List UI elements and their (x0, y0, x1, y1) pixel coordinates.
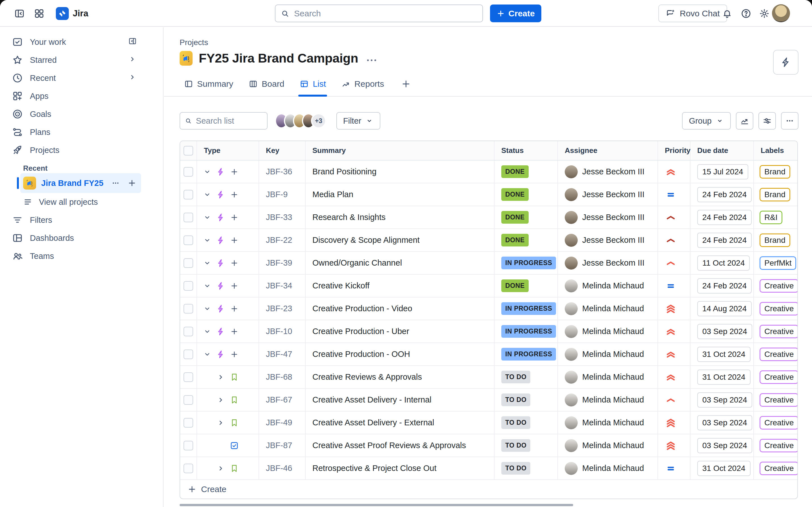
due-date-cell[interactable]: 24 Feb 2024 (691, 183, 754, 206)
priority-cell[interactable] (658, 366, 691, 389)
type-cell[interactable] (197, 297, 259, 320)
priority-cell[interactable] (658, 434, 691, 457)
table-create-button[interactable]: Create (180, 480, 797, 499)
table-row[interactable]: JBF-87 Creative Asset Proof Reviews & Ap… (180, 434, 797, 457)
type-cell[interactable] (197, 366, 259, 389)
issue-summary[interactable]: Creative Production - Uber (306, 320, 495, 343)
row-checkbox[interactable] (184, 258, 193, 268)
assignee-cell[interactable]: Jesse Beckom III (558, 252, 658, 275)
labels-cell[interactable]: Creative (754, 434, 797, 457)
table-row[interactable]: JBF-9 Media Plan DONE Jesse Beckom III 2… (180, 183, 797, 206)
issue-summary[interactable]: Creative Asset Delivery - External (306, 411, 495, 434)
assignee-cell[interactable]: Melinda Michaud (558, 434, 658, 457)
help-icon[interactable] (740, 8, 752, 19)
sidebar-item-jira-brand-fy25[interactable]: Jira Brand FY25 (20, 173, 141, 193)
tab-board[interactable]: Board (248, 72, 284, 96)
global-search-input[interactable] (294, 8, 477, 18)
table-row[interactable]: JBF-10 Creative Production - Uber IN PRO… (180, 320, 797, 343)
sidebar-item-dashboards[interactable]: Dashboards (8, 229, 141, 247)
status-cell[interactable]: DONE (495, 183, 558, 206)
status-cell[interactable]: DONE (495, 229, 558, 252)
type-cell[interactable] (197, 320, 259, 343)
status-cell[interactable]: IN PROGRESS (495, 297, 558, 320)
issue-summary[interactable]: Creative Asset Proof Reviews & Approvals (306, 434, 495, 457)
create-button[interactable]: Create (490, 4, 541, 22)
priority-cell[interactable] (658, 183, 691, 206)
due-date-cell[interactable]: 24 Feb 2024 (691, 206, 754, 229)
sidebar-item-your-work[interactable]: Your work (8, 33, 141, 51)
table-row[interactable]: JBF-36 Brand Positioning DONE Jesse Beck… (180, 161, 797, 183)
notifications-bell-icon[interactable] (721, 8, 733, 19)
insights-button[interactable] (736, 112, 753, 129)
labels-cell[interactable]: Creative (754, 411, 797, 434)
status-cell[interactable]: TO DO (495, 389, 558, 411)
type-cell[interactable] (197, 229, 259, 252)
filter-button[interactable]: Filter (336, 112, 380, 129)
issue-summary[interactable]: Research & Insights (306, 206, 495, 229)
issue-summary[interactable]: Media Plan (306, 183, 495, 206)
labels-cell[interactable]: PerfMkt (754, 252, 797, 275)
assignee-cell[interactable]: Melinda Michaud (558, 297, 658, 320)
status-cell[interactable]: TO DO (495, 434, 558, 457)
due-date-cell[interactable]: 24 Feb 2024 (691, 275, 754, 297)
type-cell[interactable] (197, 434, 259, 457)
type-cell[interactable] (197, 161, 259, 183)
sidebar-item-plans[interactable]: Plans (8, 123, 141, 141)
labels-cell[interactable]: Brand (754, 229, 797, 252)
status-cell[interactable]: TO DO (495, 366, 558, 389)
due-date-cell[interactable]: 03 Sep 2024 (691, 320, 754, 343)
table-row[interactable]: JBF-33 Research & Insights DONE Jesse Be… (180, 206, 797, 229)
column-header-due-date[interactable]: Due date (691, 141, 754, 161)
column-header-assignee[interactable]: Assignee (558, 141, 658, 161)
priority-cell[interactable] (658, 343, 691, 366)
priority-cell[interactable] (658, 275, 691, 297)
row-checkbox[interactable] (184, 372, 193, 382)
sidebar-item-teams[interactable]: Teams (8, 247, 141, 265)
automation-button[interactable] (773, 50, 799, 75)
sidebar-item-apps[interactable]: Apps (8, 87, 141, 105)
priority-cell[interactable] (658, 252, 691, 275)
status-cell[interactable]: IN PROGRESS (495, 320, 558, 343)
table-row[interactable]: JBF-67 Creative Asset Delivery - Interna… (180, 389, 797, 411)
issue-summary[interactable]: Discovery & Scope Alignment (306, 229, 495, 252)
row-checkbox[interactable] (184, 441, 193, 450)
list-search-input[interactable] (195, 116, 262, 126)
global-search[interactable] (275, 4, 483, 22)
column-header-key[interactable]: Key (259, 141, 306, 161)
status-cell[interactable]: IN PROGRESS (495, 343, 558, 366)
sidebar-item-filters[interactable]: Filters (8, 211, 141, 229)
status-cell[interactable]: TO DO (495, 411, 558, 434)
row-checkbox[interactable] (184, 327, 193, 336)
assignee-cell[interactable]: Melinda Michaud (558, 320, 658, 343)
list-search[interactable] (180, 112, 267, 129)
issue-summary[interactable]: Creative Asset Delivery - Internal (306, 389, 495, 411)
labels-cell[interactable]: Creative (754, 389, 797, 411)
jira-logo[interactable] (56, 7, 69, 20)
more-icon[interactable] (111, 179, 120, 187)
status-cell[interactable]: DONE (495, 161, 558, 183)
table-row[interactable]: JBF-22 Discovery & Scope Alignment DONE … (180, 229, 797, 252)
sidebar-item-goals[interactable]: Goals (8, 105, 141, 123)
type-cell[interactable] (197, 275, 259, 297)
breadcrumb[interactable]: Projects (180, 38, 208, 47)
tab-list[interactable]: List (299, 72, 326, 96)
row-checkbox[interactable] (184, 213, 193, 222)
due-date-cell[interactable]: 31 Oct 2024 (691, 343, 754, 366)
type-cell[interactable] (197, 389, 259, 411)
due-date-cell[interactable]: 24 Feb 2024 (691, 229, 754, 252)
column-header-status[interactable]: Status (495, 141, 558, 161)
horizontal-scrollbar[interactable] (180, 504, 573, 506)
collapse-panel-icon[interactable] (128, 37, 137, 48)
chevron-right-icon[interactable] (128, 55, 137, 66)
labels-cell[interactable]: R&I (754, 206, 797, 229)
labels-cell[interactable]: Creative (754, 343, 797, 366)
labels-cell[interactable]: Creative (754, 297, 797, 320)
column-header-type[interactable]: Type (197, 141, 259, 161)
row-checkbox[interactable] (184, 395, 193, 405)
tab-reports[interactable]: Reports (341, 72, 384, 96)
status-cell[interactable]: DONE (495, 275, 558, 297)
type-cell[interactable] (197, 343, 259, 366)
due-date-cell[interactable]: 14 Aug 2024 (691, 297, 754, 320)
labels-cell[interactable]: Brand (754, 183, 797, 206)
column-header-priority[interactable]: Priority (658, 141, 691, 161)
